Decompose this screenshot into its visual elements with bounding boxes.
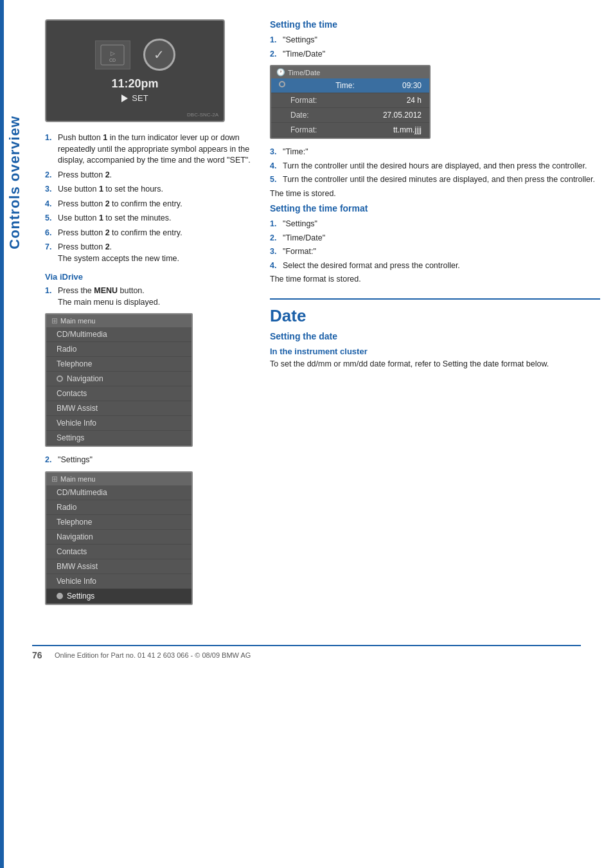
menu2-item: Navigation [46, 530, 191, 545]
step-num: 2. [45, 170, 54, 181]
time-format-step-item: 3."Format:" [270, 246, 600, 258]
menu2-item: CD/Multimedia [46, 485, 191, 500]
step-num: 5. [45, 213, 54, 224]
timedate-row-value: 24 h [407, 96, 422, 105]
step-num: 6. [45, 228, 54, 239]
step-num: 4. [45, 199, 54, 210]
step-after-text: Turn the controller until the desired mi… [283, 174, 595, 186]
time-format-step-item: 4.Select the desired format and press th… [270, 260, 600, 272]
setting-time-step2-text: "Time/Date" [283, 49, 325, 60]
menu2-screenshot: ⊞ Main menu CD/MultimediaRadioTelephoneN… [45, 471, 193, 605]
time-format-stored-note: The time format is stored. [270, 274, 600, 285]
step-text: Press button 2 to confirm the entry. [58, 228, 182, 239]
step-after-num: 5. [270, 174, 279, 186]
via-idrive-heading: Via iDrive [45, 272, 251, 282]
in-instrument-cluster-text: To set the dd/mm or mm/dd date format, r… [270, 359, 600, 370]
steps-list: 1.Push button 1 in the turn indicator le… [45, 132, 251, 264]
menu1-item: BMW Assist [46, 401, 191, 416]
in-instrument-cluster-title: In the instrument cluster [270, 347, 600, 356]
sidebar-title: Controls overview [6, 116, 26, 249]
cluster-watermark: DBC-SNC-2A [187, 112, 218, 118]
footer: 76 Online Edition for Part no. 01 41 2 6… [32, 645, 581, 660]
menu1-title: Main menu [60, 317, 95, 325]
timedate-screenshot: 🕐 Time/Date Time:09:30Format:24 hDate:27… [270, 65, 431, 139]
menu1-item: Radio [46, 342, 191, 357]
left-accent-bar [0, 0, 4, 868]
menu2-item: Vehicle Info [46, 574, 191, 589]
timedate-row: Date:27.05.2012 [271, 108, 429, 123]
cluster-set-triangle [121, 95, 128, 102]
menu2-items: CD/MultimediaRadioTelephoneNavigationCon… [46, 485, 191, 604]
cluster-icon-box: ▷ CD [95, 41, 130, 69]
page-number: 76 [32, 650, 48, 660]
menu2-item: Telephone [46, 515, 191, 530]
menu1-item: CD/Multimedia [46, 327, 191, 342]
via-idrive-step1: 1. Press the MENU button.The main menu i… [45, 285, 251, 308]
menu2-titlebar: ⊞ Main menu [46, 473, 191, 485]
step-num: 7. [45, 242, 54, 264]
step-item: 3.Use button 1 to set the hours. [45, 184, 251, 195]
cluster-top: ▷ CD ✓ [95, 39, 175, 71]
menu1-item: Contacts [46, 386, 191, 401]
setting-time-step2: 2. "Time/Date" [270, 49, 600, 60]
cluster-set: SET [121, 93, 148, 103]
setting-date-title: Setting the date [270, 331, 600, 341]
setting-time-step1: 1. "Settings" [270, 35, 600, 46]
timedate-row-value: 09:30 [402, 81, 422, 90]
timedate-row-label: Date: [290, 111, 309, 120]
step-after-text: Turn the controller until the desired ho… [283, 161, 587, 172]
step-num: 1. [45, 132, 54, 167]
menu-indicator [57, 375, 63, 382]
time-stored-note: The time is stored. [270, 188, 600, 200]
timedate-row: Format:24 h [271, 93, 429, 108]
step-text: Use button 1 to set the hours. [58, 184, 163, 195]
timedate-row-label: Format: [290, 96, 317, 105]
menu1-titlebar: ⊞ Main menu [46, 314, 191, 327]
footer-text: Online Edition for Part no. 01 41 2 603 … [55, 651, 251, 659]
menu1-item: Navigation [46, 372, 191, 386]
cluster-set-label: SET [132, 93, 148, 103]
menu2-item: BMW Assist [46, 559, 191, 574]
menu2-title: Main menu [60, 475, 95, 483]
timedate-indicator [279, 81, 285, 87]
cluster-time-display: 11:20pm [111, 77, 158, 91]
date-heading: Date [270, 298, 600, 326]
time-format-step-num: 1. [270, 219, 279, 230]
menu1-item: Settings [46, 431, 191, 446]
step-after-num: 3. [270, 147, 279, 158]
menu2-icon: ⊞ [51, 475, 58, 484]
step-item: 4.Press button 2 to confirm the entry. [45, 199, 251, 210]
menu1-items: CD/MultimediaRadioTelephoneNavigationCon… [46, 327, 191, 446]
steps-after: 3."Time:"4.Turn the controller until the… [270, 147, 600, 186]
timedate-row-value: 27.05.2012 [383, 111, 422, 120]
timedate-row-label: Time: [335, 81, 355, 90]
setting-time-step2-num: 2. [270, 49, 279, 60]
step-text: Press button 2. [58, 170, 112, 181]
timedate-row: Time:09:30 [271, 78, 429, 93]
step-item: 2.Press button 2. [45, 170, 251, 181]
left-column: ▷ CD ✓ 11:20pm SET DBC-SNC-2A 1.Push but… [45, 19, 251, 613]
menu1-item: Telephone [46, 357, 191, 372]
time-format-step-num: 3. [270, 246, 279, 258]
svg-text:▷: ▷ [111, 50, 115, 57]
menu-indicator [57, 593, 63, 599]
menu2-item: Settings [46, 589, 191, 604]
step-after-item: 4.Turn the controller until the desired … [270, 161, 600, 172]
step2-text: "Settings" [58, 455, 93, 466]
step-text: Use button 1 to set the minutes. [58, 213, 172, 224]
step-item: 5.Use button 1 to set the minutes. [45, 213, 251, 224]
via-idrive-step1-num: 1. [45, 285, 54, 308]
step-text: Push button 1 in the turn indicator leve… [58, 132, 251, 167]
via-idrive-step1-text: Press the MENU button.The main menu is d… [58, 285, 160, 308]
time-format-step-num: 2. [270, 233, 279, 244]
timedate-row: Format:tt.mm.jjjj [271, 123, 429, 138]
time-format-step-num: 4. [270, 260, 279, 272]
timedate-title: Time/Date [288, 69, 320, 77]
timedate-titlebar: 🕐 Time/Date [271, 66, 429, 78]
timedate-row-value: tt.mm.jjjj [393, 125, 422, 134]
setting-time-step1-num: 1. [270, 35, 279, 46]
step2-num: 2. [45, 455, 54, 466]
time-format-step-item: 1."Settings" [270, 219, 600, 230]
svg-text:CD: CD [109, 58, 116, 62]
main-content: ▷ CD ✓ 11:20pm SET DBC-SNC-2A 1.Push but… [32, 0, 613, 632]
